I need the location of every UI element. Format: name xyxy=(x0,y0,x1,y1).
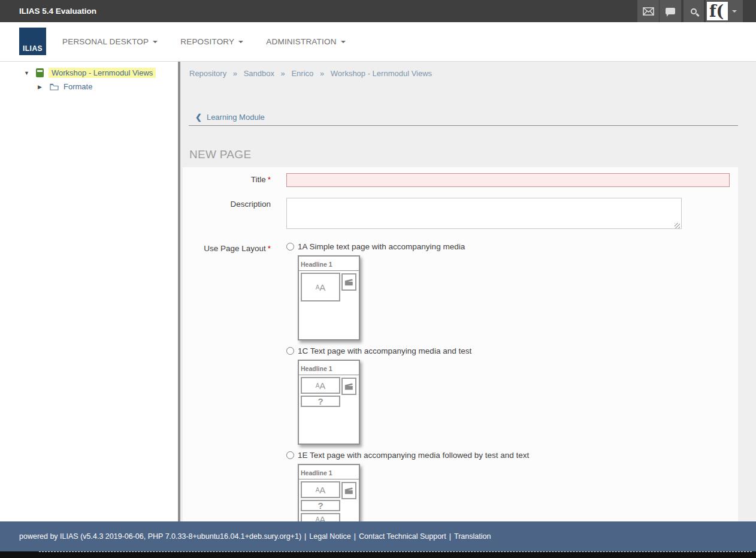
breadcrumb-sandbox[interactable]: Sandbox xyxy=(244,69,274,78)
tree-item-workshop-label[interactable]: Workshop - Lernmodul Views xyxy=(49,68,156,78)
preview-headline: Headline 1 xyxy=(299,361,359,375)
breadcrumb-separator: » xyxy=(320,69,324,78)
layout-1a-label[interactable]: 1A Simple text page with accompanying me… xyxy=(298,242,465,251)
nav-personal-desktop[interactable]: PERSONAL DESKTOP xyxy=(62,37,158,46)
required-marker: * xyxy=(268,175,271,184)
media-block-icon xyxy=(341,482,356,499)
breadcrumb-separator: » xyxy=(233,69,237,78)
new-page-form: Title* Description Use Page Lay xyxy=(183,167,738,521)
nav-repository[interactable]: REPOSITORY xyxy=(180,37,243,46)
layout-option-1c: 1C Text page with accompanying media and… xyxy=(286,346,529,445)
main-header: ILIAS PERSONAL DESKTOP REPOSITORY ADMINI… xyxy=(0,22,756,62)
chevron-down-icon xyxy=(153,41,158,46)
preview-body: AA ? AA xyxy=(299,479,359,521)
layout-option-1a: 1A Simple text page with accompanying me… xyxy=(286,242,529,340)
chat-button[interactable] xyxy=(660,0,681,22)
preview-body: AA xyxy=(299,271,359,305)
text-block-icon: AA xyxy=(301,273,340,301)
user-menu-button[interactable]: f( xyxy=(706,0,743,22)
breadcrumb-current[interactable]: Workshop - Lernmodul Views xyxy=(331,69,432,78)
avatar-initials: f( xyxy=(709,3,724,19)
mail-icon xyxy=(643,7,654,16)
legal-notice-link[interactable]: Legal Notice xyxy=(309,532,351,541)
content-area: Repository » Sandbox » Enrico » Workshop… xyxy=(180,62,756,521)
text-block-icon: AA xyxy=(301,481,340,498)
media-block-icon xyxy=(341,378,356,395)
chat-icon xyxy=(666,8,675,14)
text-block-icon: AA xyxy=(301,377,340,394)
layout-option-1a-line: 1A Simple text page with accompanying me… xyxy=(286,242,529,251)
tree-item-formate-label[interactable]: Formate xyxy=(63,82,92,91)
back-to-learning-module-link[interactable]: ❮ Learning Module xyxy=(195,113,756,122)
avatar: f( xyxy=(707,2,728,20)
layout-1a-preview[interactable]: Headline 1 AA xyxy=(298,255,360,340)
chevron-left-icon: ❮ xyxy=(195,113,202,122)
main-nav: PERSONAL DESKTOP REPOSITORY ADMINISTRATI… xyxy=(62,37,346,46)
bottom-bar xyxy=(0,551,756,558)
layout-1c-preview[interactable]: Headline 1 AA ? xyxy=(298,360,360,445)
required-marker: * xyxy=(268,244,271,253)
preview-headline: Headline 1 xyxy=(299,465,359,479)
app-title: ILIAS 5.4 Evaluation xyxy=(19,7,96,16)
footer-separator: | xyxy=(354,532,356,541)
layout-1e-label[interactable]: 1E Text page with accompanying media fol… xyxy=(298,451,529,460)
footer-separator: | xyxy=(449,532,451,541)
breadcrumb-separator: » xyxy=(281,69,285,78)
layout-options: 1A Simple text page with accompanying me… xyxy=(286,242,529,521)
question-block-icon: ? xyxy=(301,396,340,407)
title-control xyxy=(286,173,730,187)
title-row: Title* xyxy=(183,173,738,187)
expander-open-icon[interactable]: ▼ xyxy=(24,70,32,76)
repository-tree-sidebar: ▼ Workshop - Lernmodul Views ▶ Formate xyxy=(0,62,178,521)
folder-icon xyxy=(50,83,59,91)
layout-row: Use Page Layout* 1A Simple text page wit… xyxy=(183,242,738,521)
layout-option-1c-line: 1C Text page with accompanying media and… xyxy=(286,346,529,355)
ilias-logo[interactable]: ILIAS xyxy=(19,28,46,55)
divider-line xyxy=(189,125,738,126)
description-label: Description xyxy=(183,198,286,231)
expander-closed-icon[interactable]: ▶ xyxy=(38,84,46,90)
learning-module-icon xyxy=(36,68,44,77)
breadcrumb: Repository » Sandbox » Enrico » Workshop… xyxy=(189,69,756,78)
layout-1e-preview[interactable]: Headline 1 AA ? AA xyxy=(298,464,360,521)
focus-outline xyxy=(39,551,752,552)
translation-link[interactable]: Translation xyxy=(454,532,491,541)
layout-1a-radio[interactable] xyxy=(286,243,294,251)
breadcrumb-enrico[interactable]: Enrico xyxy=(291,69,313,78)
preview-headline: Headline 1 xyxy=(299,257,359,271)
title-label: Title* xyxy=(183,173,286,187)
layout-label: Use Page Layout* xyxy=(183,242,286,521)
chevron-down-icon xyxy=(341,41,346,46)
page-title: NEW PAGE xyxy=(189,148,756,161)
back-link-label: Learning Module xyxy=(207,113,265,122)
footer-separator: | xyxy=(304,532,306,541)
contact-support-link[interactable]: Contact Technical Support xyxy=(359,532,446,541)
layout-option-1e-line: 1E Text page with accompanying media fol… xyxy=(286,451,529,460)
layout-1c-radio[interactable] xyxy=(286,347,294,355)
text-block-icon: AA xyxy=(301,513,340,521)
main-area: ▼ Workshop - Lernmodul Views ▶ Formate R… xyxy=(0,62,756,521)
top-bar: ILIAS 5.4 Evaluation f( xyxy=(0,0,756,22)
layout-option-1e: 1E Text page with accompanying media fol… xyxy=(286,451,529,521)
tree-item-workshop: ▼ Workshop - Lernmodul Views xyxy=(24,68,178,78)
mail-button[interactable] xyxy=(637,0,659,22)
description-input[interactable] xyxy=(286,198,682,229)
layout-1c-label[interactable]: 1C Text page with accompanying media and… xyxy=(298,346,471,355)
layout-1e-radio[interactable] xyxy=(286,451,294,459)
search-icon xyxy=(691,8,697,14)
question-block-icon: ? xyxy=(301,500,340,511)
chevron-down-icon xyxy=(238,41,243,46)
resize-grip-icon[interactable] xyxy=(675,223,680,228)
footer: powered by ILIAS (v5.4.3 2019-06-06, PHP… xyxy=(0,521,756,551)
tree-item-formate: ▶ Formate xyxy=(38,82,178,91)
preview-body: AA ? xyxy=(299,375,359,411)
nav-administration[interactable]: ADMINISTRATION xyxy=(266,37,345,46)
chevron-down-icon xyxy=(732,10,737,15)
search-button[interactable] xyxy=(684,0,704,22)
breadcrumb-repository[interactable]: Repository xyxy=(189,69,226,78)
media-block-icon xyxy=(341,273,356,291)
description-row: Description xyxy=(183,198,738,231)
topbar-icon-group: f( xyxy=(637,0,743,22)
description-control xyxy=(286,198,682,231)
title-input[interactable] xyxy=(286,173,730,187)
